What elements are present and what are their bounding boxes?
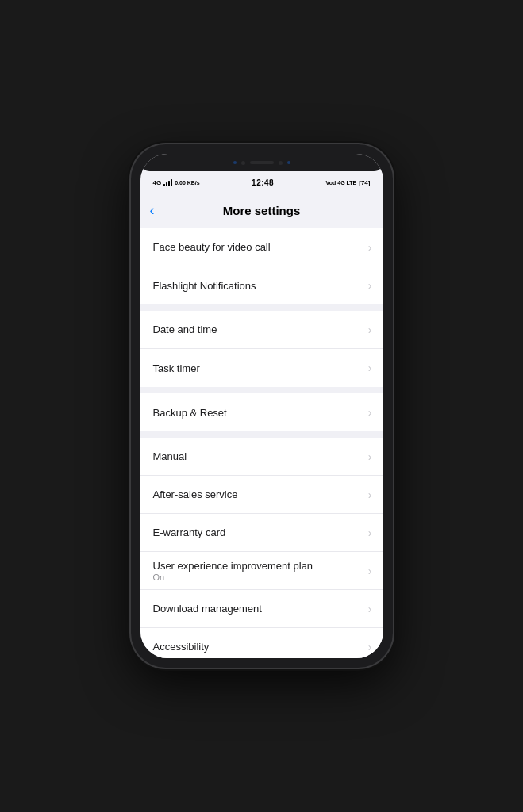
chevron-icon-task-timer: › <box>368 362 372 374</box>
chevron-icon-face-beauty: › <box>368 241 372 254</box>
settings-item-content-user-experience: User experience improvement planOn <box>153 560 313 582</box>
settings-item-label-date-time: Date and time <box>153 324 217 335</box>
back-button[interactable]: ‹ <box>150 202 155 219</box>
battery-label: [74] <box>359 179 370 186</box>
sensor-dot <box>241 161 245 165</box>
settings-group-group3: Backup & Reset› <box>140 393 383 431</box>
front-camera-dot <box>233 161 237 164</box>
settings-item-accessibility[interactable]: Accessibility› <box>140 628 383 658</box>
chevron-icon-backup-reset: › <box>368 406 372 419</box>
page-title: More settings <box>223 204 301 217</box>
right-carrier-label: Vod 4G LTE <box>326 180 357 186</box>
settings-item-content-backup-reset: Backup & Reset <box>153 407 227 419</box>
chevron-icon-e-warranty: › <box>368 527 372 539</box>
signal-bar-4 <box>171 179 172 186</box>
settings-item-label-task-timer: Task timer <box>153 362 200 374</box>
settings-item-e-warranty[interactable]: E-warranty card› <box>140 514 383 552</box>
settings-item-content-flashlight-notifications: Flashlight Notifications <box>153 280 256 292</box>
settings-item-label-face-beauty: Face beauty for video call <box>153 241 271 253</box>
settings-item-content-manual: Manual <box>153 450 187 462</box>
settings-item-label-accessibility: Accessibility <box>153 641 210 653</box>
chevron-icon-manual: › <box>368 450 372 463</box>
settings-item-label-flashlight-notifications: Flashlight Notifications <box>153 280 256 292</box>
settings-item-label-user-experience: User experience improvement plan <box>153 560 313 572</box>
settings-item-backup-reset[interactable]: Backup & Reset› <box>140 393 383 431</box>
settings-item-manual[interactable]: Manual› <box>140 438 383 476</box>
settings-item-sub-user-experience: On <box>153 573 313 582</box>
settings-item-label-after-sales: After-sales service <box>153 488 238 500</box>
phone-frame: 4G 0.00 KB/s 12:48 Vod 4G LTE [74] ‹ Mo <box>131 144 393 668</box>
chevron-icon-accessibility: › <box>368 641 372 653</box>
settings-item-task-timer[interactable]: Task timer› <box>140 349 383 387</box>
signal-bar-3 <box>168 181 170 186</box>
settings-item-content-download-management: Download management <box>153 603 262 615</box>
settings-item-content-task-timer: Task timer <box>153 362 200 374</box>
sensor-dot-2 <box>279 161 283 165</box>
settings-item-date-time[interactable]: Date and time› <box>140 311 383 349</box>
group-spacer <box>140 431 383 438</box>
settings-item-after-sales[interactable]: After-sales service› <box>140 476 383 514</box>
status-bar: 4G 0.00 KB/s 12:48 Vod 4G LTE [74] <box>140 171 383 193</box>
page-header: ‹ More settings <box>140 193 383 228</box>
settings-item-label-backup-reset: Backup & Reset <box>153 407 227 419</box>
settings-item-content-e-warranty: E-warranty card <box>153 527 226 538</box>
chevron-icon-download-management: › <box>368 603 372 615</box>
settings-item-content-accessibility: Accessibility <box>153 641 210 653</box>
group-spacer <box>140 304 383 311</box>
settings-item-face-beauty[interactable]: Face beauty for video call› <box>140 228 383 266</box>
chevron-icon-user-experience: › <box>368 565 372 577</box>
settings-item-content-date-time: Date and time <box>153 324 217 335</box>
settings-item-label-e-warranty: E-warranty card <box>153 527 226 538</box>
chevron-icon-date-time: › <box>368 324 372 336</box>
settings-item-download-management[interactable]: Download management› <box>140 590 383 628</box>
settings-item-label-download-management: Download management <box>153 603 262 615</box>
signal-bar-1 <box>163 184 165 186</box>
settings-item-content-after-sales: After-sales service <box>153 488 238 500</box>
camera-bar <box>140 154 383 171</box>
settings-list: Face beauty for video call›Flashlight No… <box>140 228 383 658</box>
signal-bar-2 <box>166 182 167 186</box>
settings-item-flashlight-notifications[interactable]: Flashlight Notifications› <box>140 266 383 304</box>
carrier-label: 4G <box>153 179 162 186</box>
group-spacer <box>140 387 383 393</box>
status-left: 4G 0.00 KB/s <box>153 178 200 186</box>
settings-group-group2: Date and time›Task timer› <box>140 311 383 387</box>
time-display: 12:48 <box>252 178 274 187</box>
chevron-icon-after-sales: › <box>368 488 372 501</box>
chevron-icon-flashlight-notifications: › <box>368 279 372 292</box>
phone-screen: 4G 0.00 KB/s 12:48 Vod 4G LTE [74] ‹ Mo <box>140 154 383 658</box>
data-speed-label: 0.00 KB/s <box>175 180 200 186</box>
settings-group-group1: Face beauty for video call›Flashlight No… <box>140 228 383 304</box>
signal-bars <box>163 178 172 186</box>
settings-item-label-manual: Manual <box>153 450 187 462</box>
sensor-dot-3 <box>287 161 290 164</box>
settings-item-content-face-beauty: Face beauty for video call <box>153 241 271 253</box>
status-right: Vod 4G LTE [74] <box>326 179 371 186</box>
settings-item-user-experience[interactable]: User experience improvement planOn› <box>140 552 383 590</box>
settings-group-group4: Manual›After-sales service›E-warranty ca… <box>140 438 383 658</box>
speaker-grille <box>250 161 274 164</box>
